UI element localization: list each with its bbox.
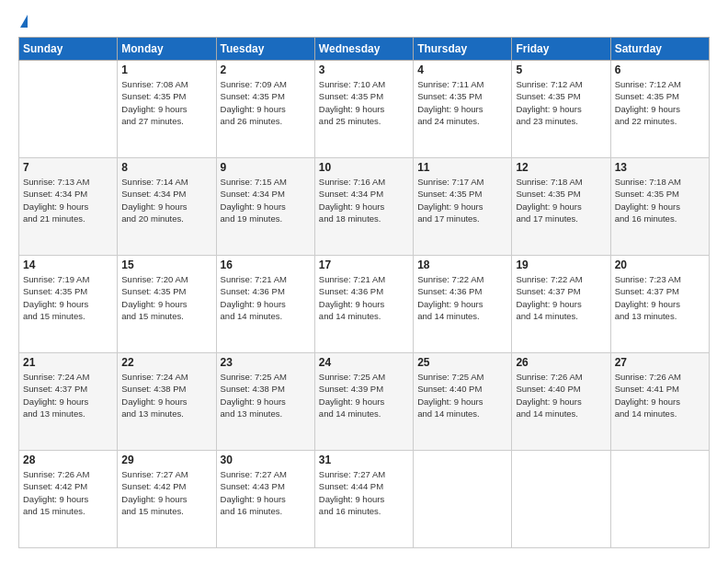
day-info: Sunrise: 7:18 AMSunset: 4:35 PMDaylight:… xyxy=(615,176,705,224)
day-number: 19 xyxy=(516,259,606,271)
weekday-header-cell: Wednesday xyxy=(314,38,413,61)
day-number: 10 xyxy=(319,161,409,174)
calendar-week-row: 1Sunrise: 7:08 AMSunset: 4:35 PMDaylight… xyxy=(19,61,710,158)
calendar-day-cell: 3Sunrise: 7:10 AMSunset: 4:35 PMDaylight… xyxy=(314,61,413,158)
weekday-header-cell: Thursday xyxy=(414,38,512,61)
day-number: 29 xyxy=(121,454,211,466)
calendar-day-cell xyxy=(610,451,709,548)
day-info: Sunrise: 7:24 AMSunset: 4:37 PMDaylight:… xyxy=(23,371,113,419)
day-number: 18 xyxy=(417,259,507,271)
weekday-header-cell: Saturday xyxy=(610,38,709,61)
day-info: Sunrise: 7:26 AMSunset: 4:42 PMDaylight:… xyxy=(23,468,113,517)
day-number: 20 xyxy=(615,259,705,271)
day-info: Sunrise: 7:16 AMSunset: 4:34 PMDaylight:… xyxy=(319,176,409,224)
day-number: 12 xyxy=(516,161,606,174)
day-info: Sunrise: 7:26 AMSunset: 4:41 PMDaylight:… xyxy=(615,371,705,419)
calendar-day-cell: 9Sunrise: 7:15 AMSunset: 4:34 PMDaylight… xyxy=(216,158,314,256)
calendar-week-row: 14Sunrise: 7:19 AMSunset: 4:35 PMDayligh… xyxy=(19,256,710,353)
day-number: 28 xyxy=(23,454,113,466)
day-number: 17 xyxy=(319,259,409,271)
day-number: 13 xyxy=(615,161,705,174)
day-info: Sunrise: 7:13 AMSunset: 4:34 PMDaylight:… xyxy=(23,176,113,224)
day-info: Sunrise: 7:21 AMSunset: 4:36 PMDaylight:… xyxy=(221,273,311,322)
day-info: Sunrise: 7:24 AMSunset: 4:38 PMDaylight:… xyxy=(121,371,211,419)
day-info: Sunrise: 7:20 AMSunset: 4:35 PMDaylight:… xyxy=(121,273,211,322)
day-info: Sunrise: 7:22 AMSunset: 4:37 PMDaylight:… xyxy=(516,273,606,322)
calendar-week-row: 21Sunrise: 7:24 AMSunset: 4:37 PMDayligh… xyxy=(19,353,710,451)
day-number: 7 xyxy=(23,161,113,174)
day-number: 4 xyxy=(417,63,507,76)
day-info: Sunrise: 7:27 AMSunset: 4:44 PMDaylight:… xyxy=(319,468,409,517)
calendar-day-cell: 2Sunrise: 7:09 AMSunset: 4:35 PMDaylight… xyxy=(216,61,314,158)
day-info: Sunrise: 7:22 AMSunset: 4:36 PMDaylight:… xyxy=(417,273,507,322)
page: SundayMondayTuesdayWednesdayThursdayFrid… xyxy=(0,0,728,563)
day-number: 5 xyxy=(516,63,606,76)
calendar-day-cell: 21Sunrise: 7:24 AMSunset: 4:37 PMDayligh… xyxy=(19,353,118,451)
day-info: Sunrise: 7:23 AMSunset: 4:37 PMDaylight:… xyxy=(615,273,705,322)
day-number: 16 xyxy=(221,259,311,271)
day-info: Sunrise: 7:08 AMSunset: 4:35 PMDaylight:… xyxy=(121,78,211,127)
calendar-body: 1Sunrise: 7:08 AMSunset: 4:35 PMDaylight… xyxy=(19,61,710,548)
weekday-header-cell: Sunday xyxy=(19,38,118,61)
calendar-day-cell: 24Sunrise: 7:25 AMSunset: 4:39 PMDayligh… xyxy=(314,353,413,451)
day-number: 26 xyxy=(516,356,606,369)
day-info: Sunrise: 7:14 AMSunset: 4:34 PMDaylight:… xyxy=(121,176,211,224)
day-info: Sunrise: 7:26 AMSunset: 4:40 PMDaylight:… xyxy=(516,371,606,419)
day-info: Sunrise: 7:25 AMSunset: 4:40 PMDaylight:… xyxy=(417,371,507,419)
calendar-day-cell: 11Sunrise: 7:17 AMSunset: 4:35 PMDayligh… xyxy=(414,158,512,256)
day-number: 15 xyxy=(121,259,211,271)
day-info: Sunrise: 7:12 AMSunset: 4:35 PMDaylight:… xyxy=(516,78,606,127)
weekday-header-cell: Friday xyxy=(512,38,610,61)
calendar-day-cell: 25Sunrise: 7:25 AMSunset: 4:40 PMDayligh… xyxy=(414,353,512,451)
calendar-day-cell: 5Sunrise: 7:12 AMSunset: 4:35 PMDaylight… xyxy=(512,61,610,158)
calendar-day-cell: 26Sunrise: 7:26 AMSunset: 4:40 PMDayligh… xyxy=(512,353,610,451)
day-info: Sunrise: 7:25 AMSunset: 4:39 PMDaylight:… xyxy=(319,371,409,419)
calendar-day-cell: 7Sunrise: 7:13 AMSunset: 4:34 PMDaylight… xyxy=(19,158,118,256)
day-info: Sunrise: 7:27 AMSunset: 4:42 PMDaylight:… xyxy=(121,468,211,517)
calendar-day-cell xyxy=(512,451,610,548)
weekday-header-row: SundayMondayTuesdayWednesdayThursdayFrid… xyxy=(19,38,710,61)
calendar-day-cell: 18Sunrise: 7:22 AMSunset: 4:36 PMDayligh… xyxy=(414,256,512,353)
calendar-week-row: 7Sunrise: 7:13 AMSunset: 4:34 PMDaylight… xyxy=(19,158,710,256)
calendar-day-cell: 8Sunrise: 7:14 AMSunset: 4:34 PMDaylight… xyxy=(118,158,216,256)
calendar-day-cell xyxy=(19,61,118,158)
day-number: 23 xyxy=(221,356,311,369)
day-info: Sunrise: 7:19 AMSunset: 4:35 PMDaylight:… xyxy=(23,273,113,322)
day-info: Sunrise: 7:09 AMSunset: 4:35 PMDaylight:… xyxy=(221,78,311,127)
calendar-day-cell: 30Sunrise: 7:27 AMSunset: 4:43 PMDayligh… xyxy=(216,451,314,548)
calendar-day-cell: 6Sunrise: 7:12 AMSunset: 4:35 PMDaylight… xyxy=(610,61,709,158)
day-number: 30 xyxy=(221,454,311,466)
calendar-day-cell: 28Sunrise: 7:26 AMSunset: 4:42 PMDayligh… xyxy=(19,451,118,548)
calendar-week-row: 28Sunrise: 7:26 AMSunset: 4:42 PMDayligh… xyxy=(19,451,710,548)
calendar-day-cell: 13Sunrise: 7:18 AMSunset: 4:35 PMDayligh… xyxy=(610,158,709,256)
calendar-day-cell xyxy=(414,451,512,548)
calendar-day-cell: 31Sunrise: 7:27 AMSunset: 4:44 PMDayligh… xyxy=(314,451,413,548)
calendar-day-cell: 4Sunrise: 7:11 AMSunset: 4:35 PMDaylight… xyxy=(414,61,512,158)
calendar-day-cell: 20Sunrise: 7:23 AMSunset: 4:37 PMDayligh… xyxy=(610,256,709,353)
day-info: Sunrise: 7:17 AMSunset: 4:35 PMDaylight:… xyxy=(417,176,507,224)
calendar-day-cell: 29Sunrise: 7:27 AMSunset: 4:42 PMDayligh… xyxy=(118,451,216,548)
day-number: 14 xyxy=(23,259,113,271)
day-number: 21 xyxy=(23,356,113,369)
calendar-day-cell: 16Sunrise: 7:21 AMSunset: 4:36 PMDayligh… xyxy=(216,256,314,353)
day-info: Sunrise: 7:21 AMSunset: 4:36 PMDaylight:… xyxy=(319,273,409,322)
day-info: Sunrise: 7:25 AMSunset: 4:38 PMDaylight:… xyxy=(221,371,311,419)
calendar-day-cell: 12Sunrise: 7:18 AMSunset: 4:35 PMDayligh… xyxy=(512,158,610,256)
day-info: Sunrise: 7:11 AMSunset: 4:35 PMDaylight:… xyxy=(417,78,507,127)
weekday-header-cell: Monday xyxy=(118,38,216,61)
day-number: 2 xyxy=(221,63,311,76)
day-number: 1 xyxy=(121,63,211,76)
day-number: 11 xyxy=(417,161,507,174)
day-number: 9 xyxy=(221,161,311,174)
header xyxy=(18,15,710,28)
day-number: 31 xyxy=(319,454,409,466)
calendar-day-cell: 15Sunrise: 7:20 AMSunset: 4:35 PMDayligh… xyxy=(118,256,216,353)
day-number: 3 xyxy=(319,63,409,76)
day-number: 27 xyxy=(615,356,705,369)
day-info: Sunrise: 7:15 AMSunset: 4:34 PMDaylight:… xyxy=(221,176,311,224)
calendar-day-cell: 27Sunrise: 7:26 AMSunset: 4:41 PMDayligh… xyxy=(610,353,709,451)
logo-triangle-icon xyxy=(20,15,28,28)
day-info: Sunrise: 7:10 AMSunset: 4:35 PMDaylight:… xyxy=(319,78,409,127)
day-number: 6 xyxy=(615,63,705,76)
calendar-day-cell: 10Sunrise: 7:16 AMSunset: 4:34 PMDayligh… xyxy=(314,158,413,256)
